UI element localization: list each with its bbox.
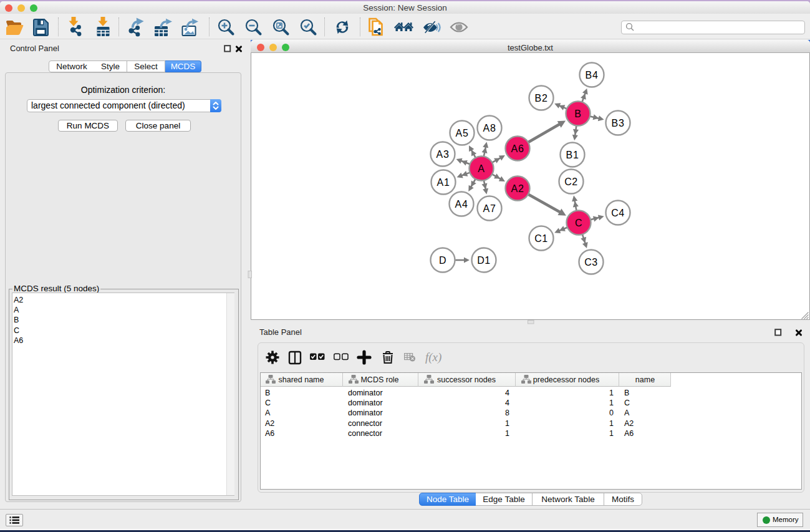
svg-text:A2: A2 xyxy=(511,183,524,194)
svg-text:A8: A8 xyxy=(483,123,496,133)
svg-text:C4: C4 xyxy=(611,208,625,218)
svg-text:B3: B3 xyxy=(612,118,625,128)
svg-text:B4: B4 xyxy=(586,70,599,80)
svg-text:B: B xyxy=(574,109,581,119)
svg-text:C2: C2 xyxy=(564,177,578,187)
svg-text:A6: A6 xyxy=(511,143,524,154)
svg-text:C: C xyxy=(575,218,582,228)
svg-text:f(x): f(x) xyxy=(425,351,441,364)
svg-text:A4: A4 xyxy=(455,199,468,210)
svg-text:C3: C3 xyxy=(584,257,598,268)
svg-text:C1: C1 xyxy=(534,233,548,244)
svg-text:A: A xyxy=(478,163,485,174)
svg-text:D1: D1 xyxy=(477,255,491,266)
svg-text:A7: A7 xyxy=(483,203,496,214)
svg-text:A5: A5 xyxy=(456,128,469,138)
svg-text:B1: B1 xyxy=(566,150,579,160)
svg-text:D: D xyxy=(439,255,446,266)
svg-text:A3: A3 xyxy=(436,149,450,160)
svg-text:A1: A1 xyxy=(437,177,450,188)
svg-text:B2: B2 xyxy=(535,93,548,104)
